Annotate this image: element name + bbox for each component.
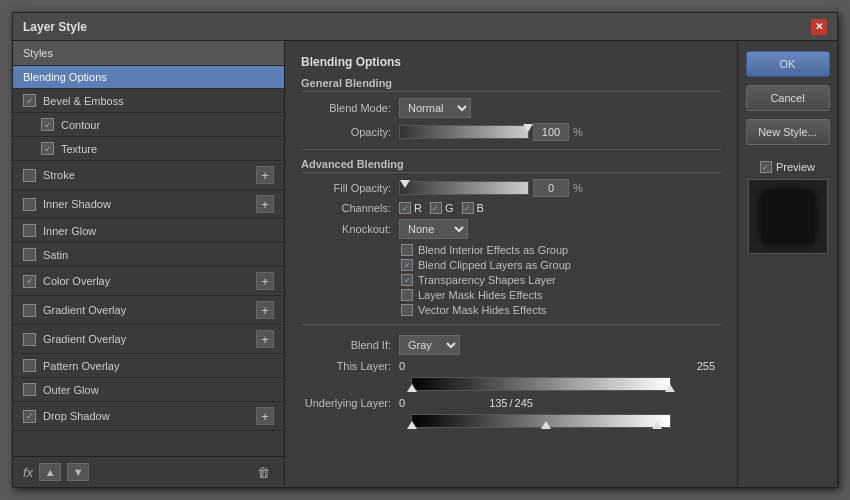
layer-effects-checkbox[interactable] (401, 289, 413, 301)
this-layer-gradient[interactable] (411, 377, 671, 391)
sidebar-item-contour[interactable]: Contour (13, 113, 284, 137)
underlying-layer-row: Underlying Layer: 0 135 / 245 (301, 397, 721, 409)
transparency-shapes-row: Transparency Shapes Layer (401, 274, 721, 286)
styles-list: Blending Options Bevel & Emboss Contour … (13, 66, 284, 456)
texture-checkbox[interactable] (41, 142, 54, 155)
channel-r-item: R (399, 202, 422, 214)
vector-mask-row: Vector Mask Hides Effects (401, 304, 721, 316)
preview-checkbox[interactable] (760, 161, 772, 173)
contour-checkbox[interactable] (41, 118, 54, 131)
ok-button[interactable]: OK (746, 51, 830, 77)
color-overlay-add-button[interactable]: + (256, 272, 274, 290)
knockout-select[interactable]: None Shallow Deep (399, 219, 468, 239)
fx-label: fx (23, 465, 33, 480)
blend-interior-label: Blend Interior Effects as Group (418, 244, 568, 256)
fill-opacity-slider-container: % (399, 179, 583, 197)
sidebar-item-color-overlay[interactable]: Color Overlay + (13, 267, 284, 296)
vector-mask-label: Vector Mask Hides Effects (418, 304, 546, 316)
sidebar-item-inner-shadow[interactable]: Inner Shadow + (13, 190, 284, 219)
preview-box (748, 179, 828, 254)
dialog-title: Layer Style (23, 20, 87, 34)
gradient-overlay-1-add-button[interactable]: + (256, 301, 274, 319)
transparency-shapes-checkbox[interactable] (401, 274, 413, 286)
sidebar-item-gradient-overlay-1[interactable]: Gradient Overlay + (13, 296, 284, 325)
fill-opacity-input[interactable] (533, 179, 569, 197)
sidebar-item-blending-options[interactable]: Blending Options (13, 66, 284, 89)
sidebar-item-bevel-emboss[interactable]: Bevel & Emboss (13, 89, 284, 113)
blending-options-title: Blending Options (301, 55, 721, 69)
underlying-slider-area (401, 414, 721, 428)
channel-r-label: R (414, 202, 422, 214)
preview-label: Preview (776, 161, 815, 173)
sidebar-item-satin[interactable]: Satin (13, 243, 284, 267)
opacity-row: Opacity: % (301, 123, 721, 141)
right-panel: OK Cancel New Style... Preview (737, 41, 837, 487)
blend-mode-label: Blend Mode: (301, 102, 391, 114)
channel-g-checkbox[interactable] (430, 202, 442, 214)
transparency-shapes-label: Transparency Shapes Layer (418, 274, 556, 286)
general-blending-title: General Blending (301, 77, 721, 92)
inner-shadow-checkbox[interactable] (23, 198, 36, 211)
sidebar-item-gradient-overlay-2[interactable]: Gradient Overlay + (13, 325, 284, 354)
blend-if-select[interactable]: Gray Red Green Blue (399, 335, 460, 355)
sidebar-item-drop-shadow[interactable]: Drop Shadow + (13, 402, 284, 431)
cancel-button[interactable]: Cancel (746, 85, 830, 111)
outer-glow-checkbox[interactable] (23, 383, 36, 396)
blend-if-row: Blend If: Gray Red Green Blue (301, 335, 721, 355)
sidebar-item-outer-glow[interactable]: Outer Glow (13, 378, 284, 402)
move-up-button[interactable]: ▲ (39, 463, 61, 481)
inner-glow-checkbox[interactable] (23, 224, 36, 237)
blend-interior-checkbox[interactable] (401, 244, 413, 256)
blend-clipped-row: Blend Clipped Layers as Group (401, 259, 721, 271)
fill-opacity-slider[interactable] (399, 181, 529, 195)
knockout-row: Knockout: None Shallow Deep (301, 219, 721, 239)
color-overlay-checkbox[interactable] (23, 275, 36, 288)
blend-clipped-label: Blend Clipped Layers as Group (418, 259, 571, 271)
channel-r-checkbox[interactable] (399, 202, 411, 214)
channels-row: Channels: R G B (301, 202, 721, 214)
fill-opacity-unit: % (573, 182, 583, 194)
opacity-label: Opacity: (301, 126, 391, 138)
gradient-overlay-1-checkbox[interactable] (23, 304, 36, 317)
layer-effects-label: Layer Mask Hides Effects (418, 289, 543, 301)
this-layer-slider-area (401, 377, 721, 391)
opacity-input[interactable] (533, 123, 569, 141)
channel-g-label: G (445, 202, 454, 214)
sidebar-item-pattern-overlay[interactable]: Pattern Overlay (13, 354, 284, 378)
gradient-overlay-2-checkbox[interactable] (23, 333, 36, 346)
blend-clipped-checkbox[interactable] (401, 259, 413, 271)
move-down-button[interactable]: ▼ (67, 463, 89, 481)
drop-shadow-checkbox[interactable] (23, 410, 36, 423)
underlying-layer-gradient[interactable] (411, 414, 671, 428)
this-layer-min: 0 (399, 360, 405, 372)
drop-shadow-add-button[interactable]: + (256, 407, 274, 425)
vector-mask-checkbox[interactable] (401, 304, 413, 316)
fill-opacity-label: Fill Opacity: (301, 182, 391, 194)
sidebar-item-texture[interactable]: Texture (13, 137, 284, 161)
delete-button[interactable]: 🗑 (252, 463, 274, 481)
left-panel: Styles Blending Options Bevel & Emboss C… (13, 41, 285, 487)
satin-checkbox[interactable] (23, 248, 36, 261)
gradient-overlay-2-add-button[interactable]: + (256, 330, 274, 348)
inner-shadow-add-button[interactable]: + (256, 195, 274, 213)
channel-b-item: B (462, 202, 484, 214)
blend-if-label: Blend If: (301, 339, 391, 351)
underlying-slash: / (509, 397, 512, 409)
opacity-slider-container: % (399, 123, 583, 141)
advanced-blending-title: Advanced Blending (301, 158, 721, 173)
blend-mode-select[interactable]: Normal Dissolve Multiply Screen Overlay (399, 98, 471, 118)
pattern-overlay-checkbox[interactable] (23, 359, 36, 372)
middle-panel: Blending Options General Blending Blend … (285, 41, 737, 487)
stroke-add-button[interactable]: + (256, 166, 274, 184)
opacity-slider[interactable] (399, 125, 529, 139)
stroke-checkbox[interactable] (23, 169, 36, 182)
close-button[interactable]: ✕ (811, 19, 827, 35)
new-style-button[interactable]: New Style... (746, 119, 830, 145)
channel-b-checkbox[interactable] (462, 202, 474, 214)
underlying-min: 0 (399, 397, 405, 409)
sidebar-item-inner-glow[interactable]: Inner Glow (13, 219, 284, 243)
knockout-label: Knockout: (301, 223, 391, 235)
bevel-emboss-checkbox[interactable] (23, 94, 36, 107)
underlying-layer-label: Underlying Layer: (301, 397, 391, 409)
sidebar-item-stroke[interactable]: Stroke + (13, 161, 284, 190)
